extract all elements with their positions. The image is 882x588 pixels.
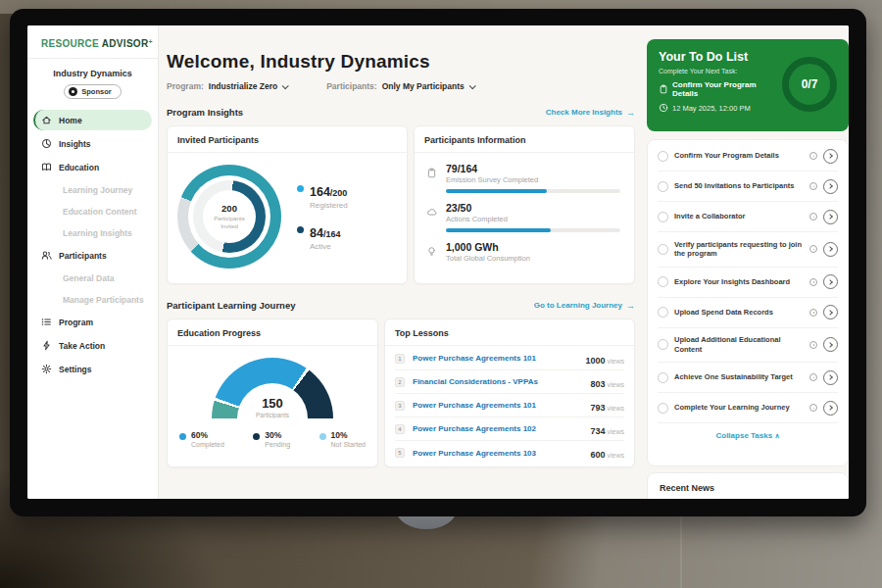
task-open-button[interactable]: [823, 242, 838, 257]
task-open-button[interactable]: [823, 337, 838, 352]
task-open-button[interactable]: [823, 179, 838, 194]
task-open-button[interactable]: [823, 274, 838, 289]
sidebar-item-label: Manage Participants: [63, 295, 144, 305]
task-open-button[interactable]: [823, 401, 838, 416]
invited-participants-card: Invited Participants 200 Particip: [167, 125, 408, 284]
sidebar-item-home[interactable]: Home: [33, 110, 152, 130]
legend-label: Active: [310, 242, 340, 251]
sidebar-item-participants[interactable]: Participants: [33, 245, 152, 266]
insights-cards-row: Invited Participants 200 Particip: [167, 125, 635, 284]
collapse-tasks-link[interactable]: Collapse Tasks ∧: [658, 423, 838, 446]
chevron-right-icon: [827, 310, 833, 316]
lesson-link[interactable]: Power Purchase Agreements 102: [413, 424, 590, 433]
sidebar-item-learning-insights[interactable]: Learning Insights: [33, 223, 152, 242]
task-row[interactable]: Achieve One Sustainability Target: [658, 363, 838, 393]
legend-value: 60%: [191, 430, 224, 440]
sidebar-item-general-data[interactable]: General Data: [33, 269, 152, 287]
sidebar-item-take-action[interactable]: Take Action: [33, 335, 152, 356]
gauge-center: 150 Participants: [212, 396, 333, 418]
cloud-icon: [426, 204, 438, 232]
sidebar-item-label: Participants: [59, 251, 107, 261]
task-open-button[interactable]: [823, 305, 838, 319]
info-icon: [809, 341, 817, 349]
lesson-link[interactable]: Power Purchase Agreements 101: [413, 401, 590, 410]
stat-label: Total Global Consumption: [446, 254, 530, 263]
task-label: Upload Additional Educational Content: [674, 335, 804, 355]
due-date: 12 May 2025, 12:00 PM: [659, 103, 782, 113]
go-to-learning-journey-link[interactable]: Go to Learning Journey →: [534, 301, 635, 311]
task-checkbox[interactable]: [658, 339, 668, 350]
progress-track: [446, 189, 620, 193]
lesson-link[interactable]: Financial Considerations - VPPAs: [413, 377, 590, 386]
info-icon: [809, 309, 817, 317]
sidebar-item-label: Learning Insights: [63, 228, 132, 238]
check-more-insights-link[interactable]: Check More Insights →: [546, 108, 635, 118]
sidebar-item-manage-participants[interactable]: Manage Participants: [33, 290, 152, 309]
lesson-row[interactable]: 5 Power Purchase Agreements 103 600views: [395, 441, 624, 465]
task-open-button[interactable]: [823, 210, 838, 224]
list-icon: [41, 317, 52, 327]
task-row[interactable]: Upload Additional Educational Content: [658, 328, 838, 364]
task-row[interactable]: Verify participants requesting to join t…: [658, 232, 838, 268]
sidebar-item-education[interactable]: Education: [33, 157, 152, 177]
sidebar-item-label: Education Content: [63, 207, 137, 217]
lesson-row[interactable]: 1 Power Purchase Agreements 101 1000view…: [395, 347, 624, 370]
donut-center-label: Participants Invited: [209, 216, 250, 231]
todo-summary-card: Your To Do List Complete Your Next Task:…: [647, 39, 849, 131]
lesson-link[interactable]: Power Purchase Agreements 101: [413, 354, 585, 363]
task-checkbox[interactable]: [658, 212, 668, 222]
task-row[interactable]: Invite a Collaborator: [658, 202, 838, 232]
lesson-row[interactable]: 4 Power Purchase Agreements 102 734views: [395, 417, 624, 441]
lesson-link[interactable]: Power Purchase Agreements 103: [413, 449, 590, 458]
task-checkbox[interactable]: [658, 276, 668, 287]
todo-progress-ring: 0/7: [782, 57, 837, 112]
content-area: Welcome, Industry Dynamics Program: Indu…: [159, 25, 849, 499]
participants-stats: 79/164 Emission Survey Completed 23/50: [415, 153, 634, 263]
take-action-icon: [41, 340, 52, 351]
participants-select[interactable]: Participants: Only My Participants: [326, 81, 474, 91]
sidebar-item-insights[interactable]: Insights: [33, 133, 152, 154]
task-row[interactable]: Complete Your Learning Journey: [658, 393, 838, 423]
task-label: Send 50 Invitations to Participants: [674, 181, 804, 191]
task-checkbox[interactable]: [658, 307, 668, 318]
app-logo: RESOURCE ADVISOR+: [27, 25, 158, 49]
task-open-button[interactable]: [823, 370, 838, 385]
task-checkbox[interactable]: [658, 181, 668, 192]
chevron-right-icon: [827, 246, 833, 252]
rank-badge: 4: [395, 424, 405, 434]
task-row[interactable]: Confirm Your Program Details: [658, 141, 838, 172]
legend-registered: 164/200 Registered: [297, 182, 348, 210]
rank-badge: 2: [395, 377, 405, 387]
todo-tasks-card: Confirm Your Program Details Send 50 Inv…: [647, 139, 849, 466]
task-row[interactable]: Explore Your Insights Dashboard: [658, 268, 838, 298]
chevron-right-icon: [827, 153, 833, 159]
sidebar-item-settings[interactable]: Settings: [33, 359, 152, 379]
learning-cards-row: Education Progress 150 Participants: [167, 318, 635, 467]
gauge-chart: 150 Participants 60% C: [168, 346, 377, 448]
task-row[interactable]: Upload Spend Data Records: [658, 298, 838, 328]
logo-advisor: ADVISOR: [102, 38, 149, 49]
task-label: Verify participants requesting to join t…: [674, 240, 804, 260]
stat-emission-survey: 79/164 Emission Survey Completed: [426, 163, 622, 193]
sidebar-item-program[interactable]: Program: [33, 312, 152, 332]
lesson-row[interactable]: 2 Financial Considerations - VPPAs 803vi…: [395, 370, 624, 394]
progress-track: [446, 228, 620, 232]
task-open-button[interactable]: [823, 149, 838, 164]
sidebar-item-label: Take Action: [59, 341, 105, 351]
rank-badge: 5: [395, 448, 405, 458]
sidebar-item-education-content[interactable]: Education Content: [33, 202, 152, 220]
task-checkbox[interactable]: [658, 372, 668, 383]
legend-dot: [179, 433, 186, 440]
wall-edge: [680, 510, 682, 588]
program-select[interactable]: Program: Industrialize Zero: [167, 81, 287, 91]
task-checkbox[interactable]: [658, 151, 668, 162]
task-row[interactable]: Send 50 Invitations to Participants: [658, 172, 838, 202]
book-icon: [41, 162, 52, 172]
task-checkbox[interactable]: [658, 403, 668, 414]
sponsor-icon: [69, 87, 77, 96]
lesson-row[interactable]: 3 Power Purchase Agreements 101 793views: [395, 394, 624, 417]
education-progress-card: Education Progress 150 Participants: [167, 318, 378, 467]
sponsor-badge[interactable]: Sponsor: [64, 84, 121, 99]
sidebar-item-learning-journey[interactable]: Learning Journey: [33, 180, 152, 199]
task-checkbox[interactable]: [658, 244, 668, 255]
